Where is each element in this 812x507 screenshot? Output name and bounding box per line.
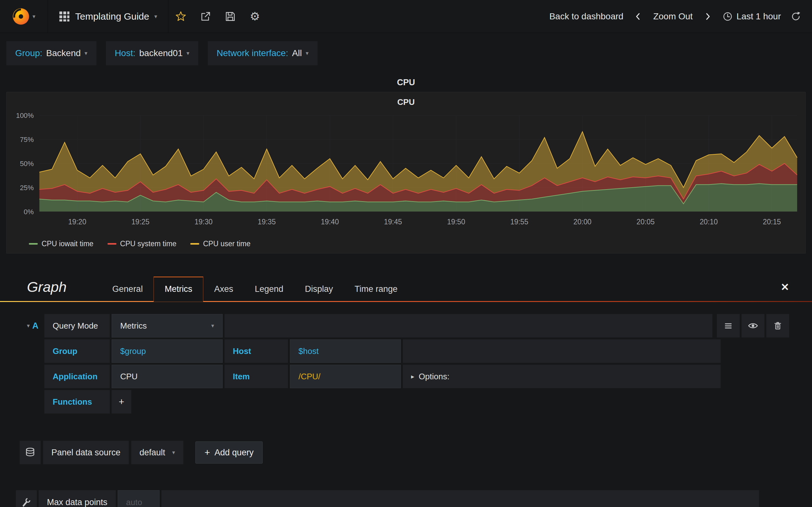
max-data-points-input[interactable] (126, 498, 151, 507)
disclosure-icon: ▸ (411, 373, 414, 380)
svg-text:75%: 75% (20, 135, 34, 144)
legend-color-swatch (29, 243, 38, 245)
query-mode-select[interactable]: Metrics ▾ (112, 314, 223, 337)
max-data-points-label: Max data points (39, 490, 116, 507)
panel-type-label: Graph (27, 279, 67, 295)
application-input[interactable]: CPU (112, 365, 223, 388)
svg-text:19:20: 19:20 (68, 218, 86, 226)
trash-icon (773, 321, 782, 331)
zoom-out-button[interactable]: Zoom Out (653, 11, 693, 21)
legend-label: CPU system time (120, 239, 177, 248)
max-data-points-field[interactable] (118, 490, 159, 507)
group-label: Group (44, 339, 110, 363)
variable-network-interface[interactable]: Network interface: All ▾ (208, 41, 317, 65)
datasource-row: Panel data source default ▾ + Add query (0, 441, 812, 464)
time-shift-right-button[interactable] (702, 11, 713, 22)
cpu-panel: CPU CPU 0%25%50%75%100%19:2019:2519:3019… (6, 73, 806, 253)
gutter-spacer (23, 365, 43, 388)
navbar-actions: ⚙ (168, 0, 267, 33)
time-shift-left-button[interactable] (633, 11, 644, 22)
query-toggle-visibility-button[interactable] (742, 314, 764, 337)
panel-header[interactable]: CPU (6, 73, 806, 92)
tab-metrics[interactable]: Metrics (154, 277, 203, 302)
cpu-graph[interactable]: 0%25%50%75%100%19:2019:2519:3019:3519:40… (10, 110, 802, 238)
database-icon (25, 447, 36, 458)
item-input[interactable]: /CPU/ (290, 365, 401, 388)
datasource-select[interactable]: default ▾ (131, 441, 183, 464)
tab-legend[interactable]: Legend (244, 277, 294, 301)
panel-title: CPU (397, 78, 415, 88)
chevron-down-icon: ▾ (27, 323, 30, 329)
star-button[interactable] (168, 0, 193, 33)
host-input[interactable]: $host (290, 339, 401, 363)
refresh-button[interactable] (791, 11, 801, 22)
hamburger-menu-icon (723, 321, 733, 331)
group-input[interactable]: $group (112, 339, 223, 363)
refresh-icon (791, 11, 801, 22)
variable-label: Group: (15, 48, 43, 58)
legend-item-system[interactable]: CPU system time (107, 239, 177, 248)
options-toggle[interactable]: ▸ Options: (403, 365, 721, 388)
template-variables-row: Group: Backend ▾ Host: backend01 ▾ Netwo… (0, 33, 812, 73)
variable-host[interactable]: Host: backend01 ▾ (106, 41, 198, 65)
settings-button[interactable]: ⚙ (243, 0, 267, 33)
back-to-dashboard-link[interactable]: Back to dashboard (549, 11, 623, 21)
save-icon (225, 11, 236, 22)
editor-tabs-row: Graph General Metrics Axes Legend Displa… (0, 273, 812, 301)
datasource-icon-cell (20, 441, 41, 464)
query-row-mode: ▾ A Query Mode Metrics ▾ (23, 314, 789, 337)
clock-icon (722, 11, 733, 21)
close-editor-button[interactable]: ✕ (780, 281, 789, 293)
navbar-right: Back to dashboard Zoom Out Last 1 hour (549, 11, 812, 22)
legend-item-user[interactable]: CPU user time (190, 239, 251, 248)
tab-axes[interactable]: Axes (203, 277, 244, 301)
chevron-down-icon: ▾ (172, 450, 175, 455)
variable-group[interactable]: Group: Backend ▾ (6, 41, 96, 65)
query-collapse-toggle[interactable]: ▾ A (23, 314, 43, 337)
svg-text:20:10: 20:10 (700, 218, 718, 226)
tab-display[interactable]: Display (294, 277, 344, 301)
query-menu-button[interactable] (717, 314, 740, 337)
grafana-logo-button[interactable]: ▾ (0, 0, 48, 33)
chart-legend: CPU iowait time CPU system time CPU user… (10, 238, 802, 251)
max-data-points-row: Max data points (0, 490, 812, 507)
functions-label: Functions (44, 390, 110, 413)
chevron-left-icon (634, 12, 642, 20)
plus-icon: + (205, 447, 210, 458)
dashboard-grid-icon (59, 11, 70, 22)
chevron-down-icon: ▾ (85, 50, 88, 56)
save-button[interactable] (218, 0, 243, 33)
svg-text:19:40: 19:40 (321, 218, 339, 226)
dashboard-title: Templating Guide (75, 11, 149, 22)
legend-item-iowait[interactable]: CPU iowait time (29, 239, 94, 248)
query-row-group-host: Group $group Host $host (23, 339, 789, 363)
tab-general[interactable]: General (101, 277, 154, 301)
legend-label: CPU user time (203, 239, 251, 248)
query-delete-button[interactable] (766, 314, 789, 337)
svg-text:20:05: 20:05 (637, 218, 655, 226)
add-function-button[interactable]: + (112, 390, 131, 413)
add-query-button[interactable]: + Add query (195, 441, 263, 464)
svg-text:19:45: 19:45 (384, 218, 402, 226)
chevron-down-icon: ▾ (32, 14, 35, 19)
chevron-down-icon: ▾ (154, 14, 157, 19)
dashboard-title-menu[interactable]: Templating Guide ▾ (48, 0, 168, 33)
query-row-filler (403, 339, 721, 363)
eye-icon (748, 320, 758, 331)
time-range-picker[interactable]: Last 1 hour (722, 11, 781, 21)
variable-label: Network interface: (217, 48, 288, 58)
query-row-functions: Functions + (23, 390, 789, 413)
chevron-down-icon: ▾ (187, 50, 189, 56)
svg-text:20:00: 20:00 (573, 218, 592, 226)
chevron-down-icon: ▾ (211, 323, 214, 329)
svg-text:19:50: 19:50 (447, 218, 465, 226)
share-button[interactable] (193, 0, 218, 33)
variable-value: All (292, 48, 302, 58)
variable-value: Backend (46, 48, 81, 58)
datasource-label: Panel data source (43, 441, 129, 464)
tab-time-range[interactable]: Time range (344, 277, 409, 301)
svg-text:50%: 50% (20, 160, 34, 168)
variable-label: Host: (115, 48, 136, 58)
grafana-logo-icon (12, 8, 30, 25)
query-letter: A (32, 321, 39, 331)
